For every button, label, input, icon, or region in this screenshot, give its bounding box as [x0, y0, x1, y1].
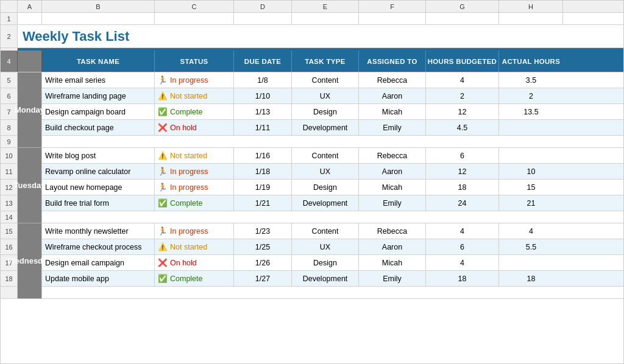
cell-col-e: UX	[292, 164, 359, 179]
cell-1g	[426, 13, 499, 24]
cell-col-b: Revamp online calculator	[42, 164, 155, 179]
cell-col-c: ⚠️Not started	[155, 148, 234, 163]
cell-col-h: 3.5	[499, 72, 563, 88]
cell-col-d: 1/23	[234, 223, 292, 239]
cell-col-d: 1/16	[234, 148, 292, 163]
cell-col-g: 4	[426, 255, 499, 270]
col-header-c: C	[155, 1, 234, 12]
cell-col-d: 1/18	[234, 164, 292, 179]
cell-1c	[155, 13, 234, 24]
cell-col-d: 1/21	[234, 195, 292, 211]
cell-col-h	[499, 255, 563, 270]
cell-col-b: Design campaign board	[42, 104, 155, 119]
table-row: Write email series🏃In progress1/8Content…	[42, 72, 623, 88]
cell-col-d: 1/8	[234, 72, 292, 88]
row-2: 2 Weekly Task List	[1, 25, 623, 48]
cell-col-d: 1/10	[234, 88, 292, 103]
cell-col-e: Development	[292, 120, 359, 135]
cell-1a	[18, 13, 42, 24]
data-sections: 56789MondayWrite email series🏃In progres…	[1, 72, 623, 299]
table-row: Design email campaign❌On hold1/26DesignM…	[42, 255, 623, 271]
cell-col-e: UX	[292, 88, 359, 103]
cell-col-h: 10	[499, 164, 563, 179]
cell-col-g: 4.5	[426, 120, 499, 135]
cell-col-g: 12	[426, 164, 499, 179]
cell-col-b: Layout new homepage	[42, 180, 155, 195]
header-day	[18, 51, 42, 72]
cell-col-e: Content	[292, 223, 359, 239]
cell-col-b: Build checkout page	[42, 120, 155, 135]
cell-col-b: Design email campaign	[42, 255, 155, 270]
cell-col-c: ❌On hold	[155, 255, 234, 270]
cell-col-b: Write blog post	[42, 148, 155, 163]
cell-col-h: 2	[499, 88, 563, 103]
cell-col-f: Rebecca	[359, 148, 426, 163]
cell-col-e: Development	[292, 195, 359, 211]
cell-1b	[42, 13, 155, 24]
table-row: Revamp online calculator🏃In progress1/18…	[42, 164, 623, 180]
cell-col-b: Wireframe checkout process	[42, 239, 155, 254]
col-header-a: A	[18, 1, 42, 12]
cell-col-f: Aaron	[359, 164, 426, 179]
cell-col-b: Write email series	[42, 72, 155, 88]
cell-col-g: 18	[426, 180, 499, 195]
row-num-8: 8	[1, 120, 17, 136]
cell-col-h: 15	[499, 180, 563, 195]
cell-col-g: 4	[426, 223, 499, 239]
cell-col-f: Micah	[359, 104, 426, 119]
table-row: Update mobile app✅Complete1/27Developmen…	[42, 271, 623, 287]
cell-col-d: 1/27	[234, 271, 292, 286]
table-row: Write blog post⚠️Not started1/16ContentR…	[42, 148, 623, 164]
cell-col-d: 1/11	[234, 120, 292, 135]
cell-col-d: 1/13	[234, 104, 292, 119]
empty-row-1	[42, 211, 623, 223]
cell-col-f: Emily	[359, 271, 426, 286]
cell-col-g: 6	[426, 148, 499, 163]
row-num-4: 4	[1, 51, 18, 72]
cell-col-f: Emily	[359, 120, 426, 135]
cell-col-d: 1/19	[234, 180, 292, 195]
rows-monday: Write email series🏃In progress1/8Content…	[42, 72, 623, 148]
cell-col-h: 5.5	[499, 239, 563, 254]
cell-col-c: ⚠️Not started	[155, 88, 234, 103]
cell-col-g: 12	[426, 104, 499, 119]
cell-col-e: Development	[292, 271, 359, 286]
cell-col-h	[499, 148, 563, 163]
empty-row-0	[42, 136, 623, 148]
cell-col-g: 18	[426, 271, 499, 286]
cell-col-d: 1/25	[234, 239, 292, 254]
cell-col-c: ✅Complete	[155, 195, 234, 211]
cell-col-d: 1/26	[234, 255, 292, 270]
row-num-10: 10	[1, 148, 17, 164]
table-row: Build free trial form✅Complete1/21Develo…	[42, 195, 623, 211]
col-header-h: H	[499, 1, 563, 12]
cell-col-h	[499, 120, 563, 135]
cell-col-f: Aaron	[359, 88, 426, 103]
cell-col-f: Micah	[359, 180, 426, 195]
cell-1e	[292, 13, 359, 24]
day-label-wednesday: Wednesday	[18, 223, 42, 299]
table-row: Write monthly newsletter🏃In progress1/23…	[42, 223, 623, 239]
header-status: STATUS	[155, 51, 234, 72]
cell-col-e: Design	[292, 180, 359, 195]
spreadsheet: A B C D E F G H 1 2 Weekly Task List	[0, 0, 624, 364]
row-num-15: 15	[1, 223, 17, 239]
corner-cell	[1, 1, 18, 12]
row-num-6: 6	[1, 88, 17, 104]
empty-row-2	[42, 287, 623, 299]
cell-col-g: 6	[426, 239, 499, 254]
row-num-empty-0: 9	[1, 136, 17, 148]
table-row: Design campaign board✅Complete1/13Design…	[42, 104, 623, 120]
row-num-2: 2	[1, 25, 18, 47]
row-num-11: 11	[1, 164, 17, 180]
section-wednesday: 15161718WednesdayWrite monthly newslette…	[1, 223, 623, 299]
cell-col-f: Micah	[359, 255, 426, 270]
rows-tuesday: Write blog post⚠️Not started1/16ContentR…	[42, 148, 623, 223]
cell-col-c: 🏃In progress	[155, 180, 234, 195]
cell-col-e: UX	[292, 239, 359, 254]
row-num-13: 13	[1, 195, 17, 211]
col-header-d: D	[234, 1, 292, 12]
cell-col-c: ⚠️Not started	[155, 239, 234, 254]
header-task-type: TASK TYPE	[292, 51, 359, 72]
cell-col-f: Rebecca	[359, 72, 426, 88]
